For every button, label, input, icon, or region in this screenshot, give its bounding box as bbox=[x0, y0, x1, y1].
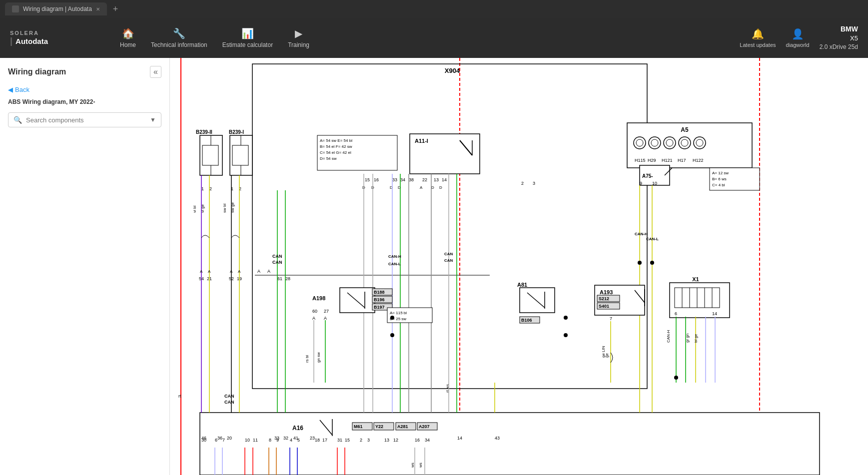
svg-text:CAN-H: CAN-H bbox=[388, 254, 401, 259]
svg-text:9: 9 bbox=[640, 181, 642, 186]
browser-tab[interactable]: Wiring diagram | Autodata ✕ bbox=[5, 2, 107, 15]
search-dropdown-icon[interactable]: ▼ bbox=[150, 116, 156, 123]
svg-text:6: 6 bbox=[215, 438, 217, 443]
svg-point-87 bbox=[666, 139, 673, 146]
svg-text:A= 12 sw: A= 12 sw bbox=[712, 171, 729, 175]
svg-text:34: 34 bbox=[425, 438, 430, 443]
diagworld-button[interactable]: 👤 diagworld bbox=[786, 28, 810, 48]
new-tab-button[interactable]: + bbox=[113, 4, 118, 14]
svg-text:D: D bbox=[431, 185, 434, 190]
svg-text:7: 7 bbox=[222, 438, 225, 443]
svg-text:B196: B196 bbox=[374, 297, 385, 302]
svg-text:S212: S212 bbox=[599, 296, 609, 301]
vehicle-variant: 2.0 xDrive 25d bbox=[820, 43, 858, 51]
svg-text:CAN-H: CAN-H bbox=[666, 330, 671, 343]
back-button[interactable]: ◀ Back bbox=[8, 86, 161, 93]
solera-brand: SOLERA bbox=[10, 30, 48, 36]
bell-icon: 🔔 bbox=[752, 28, 764, 40]
svg-text:C= 4 bl: C= 4 bl bbox=[712, 183, 725, 187]
wrench-icon: 🔧 bbox=[173, 27, 185, 39]
svg-text:A5: A5 bbox=[681, 126, 689, 133]
svg-text:D= 54 sw: D= 54 sw bbox=[320, 156, 337, 161]
svg-text:14: 14 bbox=[442, 177, 447, 182]
logo-area: SOLERA | Autodata bbox=[10, 30, 100, 46]
svg-text:4: 4 bbox=[290, 438, 292, 443]
svg-text:A= 115 bl: A= 115 bl bbox=[390, 311, 407, 315]
nav-technical[interactable]: 🔧 Technical information bbox=[151, 27, 207, 48]
svg-text:A: A bbox=[230, 269, 233, 274]
svg-text:16: 16 bbox=[415, 438, 420, 443]
svg-text:A16: A16 bbox=[292, 425, 303, 432]
svg-text:A75-: A75- bbox=[642, 173, 653, 179]
tab-close-button[interactable]: ✕ bbox=[96, 6, 100, 12]
svg-text:28: 28 bbox=[285, 276, 290, 281]
play-icon: ▶ bbox=[295, 27, 302, 39]
svg-point-173 bbox=[674, 376, 678, 380]
svg-text:X904: X904 bbox=[445, 67, 460, 74]
svg-text:H121: H121 bbox=[662, 158, 673, 163]
svg-text:CAN: CAN bbox=[272, 254, 282, 259]
svg-point-108 bbox=[638, 261, 642, 265]
svg-text:B239-I: B239-I bbox=[229, 129, 244, 135]
svg-text:X1: X1 bbox=[692, 276, 699, 282]
wiring-diagram: X904 B239-II B239-I 1 2 1 2 vi b bbox=[170, 58, 860, 475]
svg-text:A281: A281 bbox=[397, 424, 408, 429]
svg-text:10: 10 bbox=[245, 438, 250, 443]
vehicle-info: BMW X5 2.0 xDrive 25d bbox=[820, 24, 858, 52]
svg-rect-11 bbox=[232, 145, 248, 165]
browser-chrome: Wiring diagram | Autodata ✕ + bbox=[0, 0, 868, 18]
main-content: Wiring diagram « ◀ Back ABS Wiring diagr… bbox=[0, 58, 868, 475]
search-box[interactable]: 🔍 ▼ bbox=[8, 112, 161, 127]
svg-text:61: 61 bbox=[277, 276, 282, 281]
svg-text:B106: B106 bbox=[521, 318, 532, 323]
tab-favicon bbox=[12, 5, 19, 12]
svg-text:A: A bbox=[208, 269, 211, 274]
diagworld-label: diagworld bbox=[786, 42, 810, 48]
svg-text:33: 33 bbox=[392, 177, 397, 182]
svg-text:11: 11 bbox=[253, 438, 258, 443]
search-input[interactable] bbox=[26, 116, 146, 124]
svg-point-132 bbox=[390, 333, 394, 337]
sidebar-collapse-button[interactable]: « bbox=[150, 66, 161, 78]
svg-text:3: 3 bbox=[367, 438, 370, 443]
logo-separator: | bbox=[10, 36, 12, 46]
svg-point-86 bbox=[651, 139, 658, 146]
svg-text:CAN: CAN bbox=[224, 400, 234, 405]
diagram-label: ABS Wiring diagram, MY 2022- bbox=[8, 98, 161, 105]
home-icon: 🏠 bbox=[122, 27, 134, 39]
svg-text:2: 2 bbox=[209, 186, 212, 191]
svg-point-133 bbox=[564, 316, 568, 320]
nav-training-label: Training bbox=[288, 41, 309, 48]
svg-text:B= 54 el  F= 42 sw: B= 54 el F= 42 sw bbox=[320, 144, 352, 149]
svg-point-109 bbox=[650, 261, 654, 265]
nav-home[interactable]: 🏠 Home bbox=[120, 27, 136, 48]
svg-text:12: 12 bbox=[393, 438, 398, 443]
diagram-area[interactable]: X904 B239-II B239-I 1 2 1 2 vi b bbox=[170, 58, 868, 475]
svg-text:18: 18 bbox=[315, 438, 320, 443]
svg-text:CAN: CAN bbox=[444, 258, 453, 263]
main-nav: 🏠 Home 🔧 Technical information 📊 Estimat… bbox=[120, 27, 720, 48]
back-label: Back bbox=[15, 86, 29, 93]
svg-text:H115: H115 bbox=[635, 158, 646, 163]
svg-text:ws: ws bbox=[418, 463, 423, 468]
nav-estimate-label: Estimate calculator bbox=[222, 41, 273, 48]
nav-estimate[interactable]: 📊 Estimate calculator bbox=[222, 27, 273, 48]
nav-training[interactable]: ▶ Training bbox=[288, 27, 309, 48]
svg-text:30: 30 bbox=[201, 438, 206, 443]
svg-text:A: A bbox=[324, 316, 327, 321]
back-arrow-icon: ◀ bbox=[8, 86, 13, 93]
nav-technical-label: Technical information bbox=[151, 41, 207, 48]
svg-text:CAN-L: CAN-L bbox=[388, 262, 401, 266]
svg-text:gn sw: gn sw bbox=[316, 352, 321, 363]
latest-updates-button[interactable]: 🔔 Latest updates bbox=[740, 28, 776, 48]
svg-rect-3 bbox=[252, 64, 647, 389]
svg-text:3: 3 bbox=[533, 181, 535, 186]
svg-text:H17: H17 bbox=[678, 158, 686, 163]
svg-text:38: 38 bbox=[409, 177, 414, 182]
svg-text:A= 54 sw E= 54 bl: A= 54 sw E= 54 bl bbox=[320, 138, 352, 143]
svg-text:6: 6 bbox=[675, 311, 677, 316]
svg-text:B239-II: B239-II bbox=[196, 129, 212, 135]
svg-point-85 bbox=[636, 139, 643, 146]
svg-text:23: 23 bbox=[310, 436, 315, 441]
svg-text:10: 10 bbox=[652, 181, 657, 186]
